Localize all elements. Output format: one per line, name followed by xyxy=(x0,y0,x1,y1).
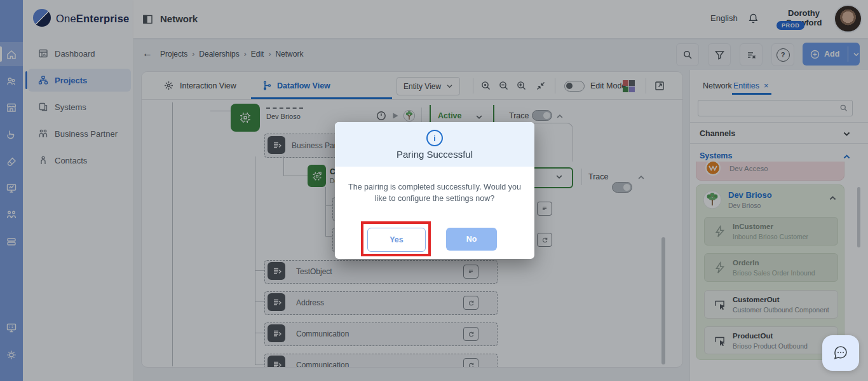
dialog-header: i Paring Successful xyxy=(335,122,534,167)
chat-bubble-icon xyxy=(832,344,850,362)
info-icon: i xyxy=(426,130,443,146)
chat-widget-button[interactable] xyxy=(822,335,859,371)
dialog-message: The pairing is completed successfully. W… xyxy=(346,181,524,204)
annotation-highlight xyxy=(361,221,431,256)
dialog-title: Paring Successful xyxy=(335,149,534,160)
no-button[interactable]: No xyxy=(446,228,497,251)
